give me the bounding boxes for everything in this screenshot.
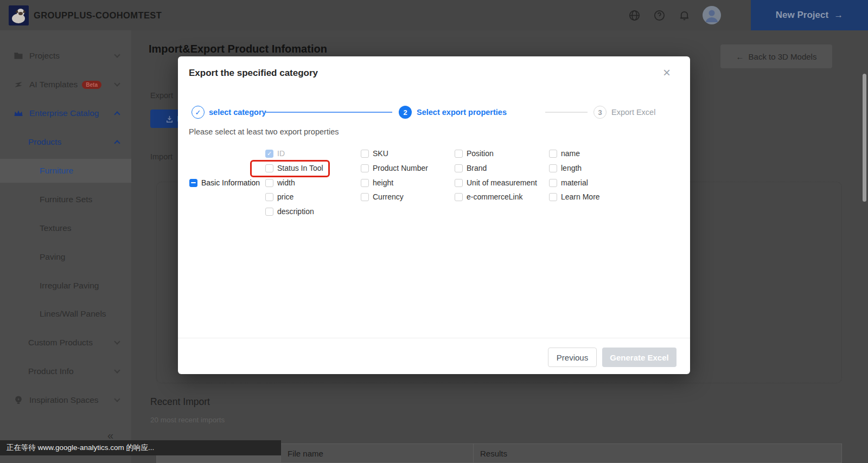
product-number-checkbox[interactable]: [361, 164, 369, 172]
checkbox-label: Product Number: [373, 164, 428, 172]
modal-title: Export the specified category: [189, 68, 318, 79]
help-icon[interactable]: [653, 9, 666, 22]
sidebar-item-projects[interactable]: Projects: [0, 44, 131, 68]
close-icon[interactable]: ×: [663, 66, 671, 79]
checkbox-label: name: [561, 149, 580, 158]
height-checkbox[interactable]: [361, 179, 369, 187]
property-row-id: ID: [265, 149, 285, 158]
sidebar-item-label: Lines/Wall Panels: [40, 309, 106, 319]
scrollbar-thumb[interactable]: [863, 74, 866, 202]
position-checkbox[interactable]: [455, 150, 463, 158]
back-button-label: Back to 3D Models: [749, 52, 817, 61]
property-row-learn-more: Learn More: [549, 192, 600, 201]
step-connector: [545, 112, 588, 113]
property-row-currency: Currency: [361, 192, 404, 201]
checkbox-label: height: [373, 178, 393, 187]
step-3-circle: 3: [593, 106, 607, 119]
notification-bell-icon[interactable]: [678, 9, 691, 22]
sidebar-item-label: Paving: [40, 252, 65, 262]
sidebar-item-paving[interactable]: Paving: [0, 245, 131, 269]
sku-checkbox[interactable]: [361, 150, 369, 158]
user-avatar[interactable]: [703, 6, 721, 24]
price-checkbox[interactable]: [265, 193, 273, 201]
sidebar-item-custom-products[interactable]: Custom Products: [0, 331, 131, 355]
property-row-description: description: [265, 207, 314, 216]
export-section-label: Export: [150, 91, 173, 100]
sidebar-item-irregular-paving[interactable]: Irregular Paving: [0, 274, 131, 298]
sidebar-item-products[interactable]: Products: [0, 130, 131, 154]
sidebar-item-textures[interactable]: Textures: [0, 216, 131, 240]
unit-of-measurement-checkbox[interactable]: [455, 179, 463, 187]
brand-title: GROUPPLUS-COOHOMTEST: [34, 0, 162, 30]
arrow-left-icon: ←: [736, 52, 744, 61]
checkbox-label: length: [561, 164, 582, 172]
globe-icon[interactable]: [628, 9, 641, 22]
ecommerce-link-checkbox[interactable]: [455, 193, 463, 201]
learn-more-checkbox[interactable]: [549, 193, 557, 201]
step-2-circle: 2: [399, 106, 412, 119]
top-bar: GROUPPLUS-COOHOMTEST New Project →: [0, 0, 868, 30]
modal-hint-text: Please select at least two export proper…: [189, 127, 339, 136]
beta-badge: Beta: [82, 81, 101, 89]
sidebar-item-label: Custom Products: [28, 338, 93, 348]
checkbox-label: price: [277, 192, 293, 201]
property-row-position: Position: [455, 149, 494, 158]
sidebar-item-label: Projects: [29, 51, 60, 61]
width-checkbox[interactable]: [265, 179, 273, 187]
export-category-modal: Export the specified category × ✓ select…: [178, 56, 690, 374]
checkbox-label: Brand: [467, 164, 487, 172]
check-icon: ✓: [195, 108, 201, 117]
sidebar-item-label: Textures: [40, 223, 72, 233]
property-row-height: height: [361, 178, 393, 187]
group-label: Basic Information: [201, 178, 260, 187]
table-header-file-name: File name: [281, 444, 474, 462]
property-row-price: price: [265, 192, 293, 201]
sidebar-item-product-info[interactable]: Product Info: [0, 359, 131, 383]
sidebar-item-furniture[interactable]: Furniture: [0, 159, 131, 183]
sidebar-item-furniture-sets[interactable]: Furniture Sets: [0, 188, 131, 211]
back-to-3d-models-button[interactable]: ← Back to 3D Models: [720, 44, 832, 68]
new-project-label: New Project: [776, 10, 828, 21]
page-title: Import&Export Product Infomation: [149, 43, 327, 55]
length-checkbox[interactable]: [549, 164, 557, 172]
checkbox-label: Unit of measurement: [467, 178, 537, 187]
step-1-label: select category: [209, 108, 266, 117]
ai-templates-icon: [13, 79, 24, 90]
step-number: 2: [403, 108, 407, 117]
new-project-button[interactable]: New Project →: [751, 0, 868, 30]
checkbox-label: description: [277, 207, 314, 216]
property-row-ecommerce-link: e-commerceLink: [455, 192, 522, 201]
property-row-material: material: [549, 178, 588, 187]
property-row-product-number: Product Number: [361, 164, 428, 172]
table-header-results: Results: [474, 444, 841, 462]
folder-icon: [13, 50, 24, 61]
name-checkbox[interactable]: [549, 150, 557, 158]
chevron-up-icon: [114, 111, 120, 117]
chevron-down-icon: [114, 367, 120, 373]
lightbulb-icon: [13, 395, 24, 406]
sidebar-item-lines-wall-panels[interactable]: Lines/Wall Panels: [0, 302, 131, 326]
sidebar-item-label: Furniture: [40, 166, 73, 176]
chevron-down-icon: [114, 80, 120, 86]
crown-icon: [13, 108, 24, 119]
material-checkbox[interactable]: [549, 179, 557, 187]
sidebar-item-inspiration-spaces[interactable]: Inspiration Spaces: [0, 388, 131, 412]
description-checkbox[interactable]: [265, 208, 273, 216]
generate-excel-button[interactable]: Generate Excel: [602, 348, 676, 367]
currency-checkbox[interactable]: [361, 193, 369, 201]
browser-status-tooltip: 正在等待 www.google-analytics.com 的响应...: [0, 440, 281, 455]
checkbox-label: Position: [467, 149, 494, 158]
company-logo[interactable]: [9, 5, 29, 25]
brand-checkbox[interactable]: [455, 164, 463, 172]
property-row-unit-of-measurement: Unit of measurement: [455, 178, 537, 187]
previous-button[interactable]: Previous: [548, 348, 597, 367]
sidebar-item-enterprise-catalog[interactable]: Enterprise Catalog: [0, 101, 131, 125]
basic-information-checkbox[interactable]: [189, 179, 197, 187]
recent-import-subtitle: 20 most recent imports: [150, 416, 225, 424]
checkbox-label: material: [561, 178, 588, 187]
step-connector: [265, 112, 392, 113]
checkbox-label: ID: [277, 149, 285, 158]
checkbox-label: SKU: [373, 149, 388, 158]
sidebar-item-ai-templates[interactable]: AI Templates Beta: [0, 73, 131, 97]
id-checkbox[interactable]: [265, 150, 273, 158]
